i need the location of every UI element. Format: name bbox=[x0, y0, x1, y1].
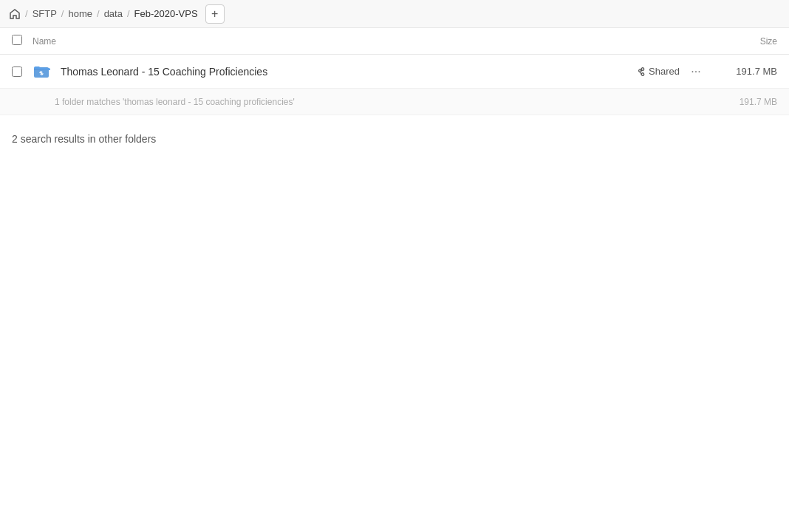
breadcrumb-home[interactable] bbox=[9, 8, 21, 20]
column-header: Name Size bbox=[0, 28, 789, 55]
sub-info-row: 1 folder matches 'thomas leonard - 15 co… bbox=[0, 89, 789, 115]
breadcrumb-sep-1: / bbox=[61, 8, 64, 19]
breadcrumb-sep-2: / bbox=[97, 8, 100, 19]
search-results-label: 2 search results in other folders bbox=[12, 133, 777, 145]
file-checkbox-wrapper[interactable] bbox=[12, 66, 33, 77]
breadcrumb-sep-3: / bbox=[127, 8, 130, 19]
file-row[interactable]: Thomas Leonard - 15 Coaching Proficienci… bbox=[0, 55, 789, 89]
breadcrumb-bar: / SFTP / home / data / Feb-2020-VPS + bbox=[0, 0, 789, 28]
folder-icon bbox=[33, 63, 55, 81]
breadcrumb-item-sftp[interactable]: SFTP bbox=[30, 7, 60, 21]
header-checkbox[interactable] bbox=[12, 35, 33, 48]
svg-line-2 bbox=[641, 70, 641, 71]
breadcrumb-item-home[interactable]: home bbox=[65, 7, 95, 21]
more-options-button[interactable]: ··· bbox=[686, 61, 706, 82]
breadcrumb-sep-0: / bbox=[25, 8, 28, 19]
column-size-label: Size bbox=[718, 36, 777, 47]
breadcrumb-item-data[interactable]: data bbox=[101, 7, 126, 21]
breadcrumb-item-feb2020vps[interactable]: Feb-2020-VPS bbox=[132, 7, 201, 21]
shared-label: Shared bbox=[649, 66, 680, 77]
add-breadcrumb-button[interactable]: + bbox=[205, 4, 225, 24]
sub-info-size: 191.7 MB bbox=[718, 97, 777, 107]
file-name: Thomas Leonard - 15 Coaching Proficienci… bbox=[61, 66, 635, 78]
shared-badge: Shared bbox=[635, 66, 680, 77]
column-name-label: Name bbox=[33, 36, 718, 47]
file-size: 191.7 MB bbox=[718, 66, 777, 77]
svg-line-3 bbox=[641, 72, 641, 74]
sub-info-text: 1 folder matches 'thomas leonard - 15 co… bbox=[55, 97, 718, 107]
file-actions: Shared ··· bbox=[635, 61, 706, 82]
file-select-checkbox[interactable] bbox=[12, 66, 22, 77]
search-results-section: 2 search results in other folders bbox=[0, 115, 789, 157]
select-all-checkbox[interactable] bbox=[12, 35, 22, 45]
